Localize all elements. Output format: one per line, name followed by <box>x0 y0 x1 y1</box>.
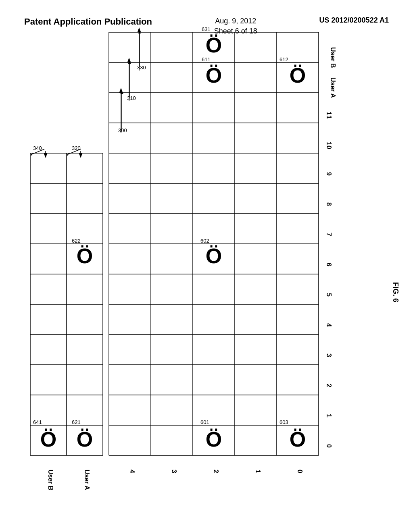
svg-text:4: 4 <box>325 323 332 327</box>
svg-text:Ö: Ö <box>77 244 93 268</box>
svg-text:8: 8 <box>325 202 332 206</box>
svg-text:0: 0 <box>325 444 332 448</box>
svg-text:Ö: Ö <box>290 428 306 451</box>
svg-text:Ö: Ö <box>40 428 56 451</box>
svg-text:7: 7 <box>325 233 332 236</box>
svg-text:603: 603 <box>280 419 288 425</box>
svg-text:310: 310 <box>127 95 136 101</box>
svg-text:6: 6 <box>325 263 332 266</box>
svg-text:User B: User B <box>47 470 54 490</box>
svg-text:3: 3 <box>325 353 332 357</box>
svg-text:631: 631 <box>202 26 211 32</box>
svg-text:Ö: Ö <box>77 428 93 451</box>
svg-text:5: 5 <box>325 293 332 297</box>
svg-text:Ö: Ö <box>206 33 222 57</box>
svg-text:1: 1 <box>254 470 261 473</box>
svg-text:602: 602 <box>200 238 209 244</box>
svg-text:320: 320 <box>72 145 81 151</box>
svg-text:2: 2 <box>325 384 332 387</box>
svg-text:641: 641 <box>33 419 42 425</box>
svg-text:3: 3 <box>171 470 177 473</box>
svg-text:User A: User A <box>83 470 90 490</box>
svg-text:User A: User A <box>330 77 336 98</box>
svg-text:Ö: Ö <box>290 64 306 87</box>
svg-text:4: 4 <box>129 470 136 473</box>
svg-text:621: 621 <box>72 419 81 425</box>
svg-text:9: 9 <box>325 172 332 176</box>
svg-text:612: 612 <box>280 56 288 62</box>
svg-text:Ö: Ö <box>206 244 222 268</box>
diagram-svg: Ö Ö Ö Ö Ö Ö Ö Ö Ö 330 310 300 340 320 63… <box>0 0 413 532</box>
svg-text:601: 601 <box>200 419 209 425</box>
svg-text:Ö: Ö <box>206 64 222 87</box>
svg-text:FIG. 6: FIG. 6 <box>392 282 400 302</box>
svg-text:340: 340 <box>33 145 42 151</box>
svg-text:Ö: Ö <box>206 428 222 451</box>
svg-text:10: 10 <box>325 142 332 149</box>
svg-text:User B: User B <box>330 47 336 68</box>
svg-text:611: 611 <box>202 56 211 62</box>
svg-text:2: 2 <box>213 470 219 473</box>
svg-text:1: 1 <box>325 414 332 418</box>
svg-text:0: 0 <box>296 470 303 473</box>
svg-text:622: 622 <box>72 238 81 244</box>
svg-text:300: 300 <box>118 127 127 133</box>
svg-text:11: 11 <box>325 112 332 119</box>
svg-text:330: 330 <box>137 64 146 71</box>
